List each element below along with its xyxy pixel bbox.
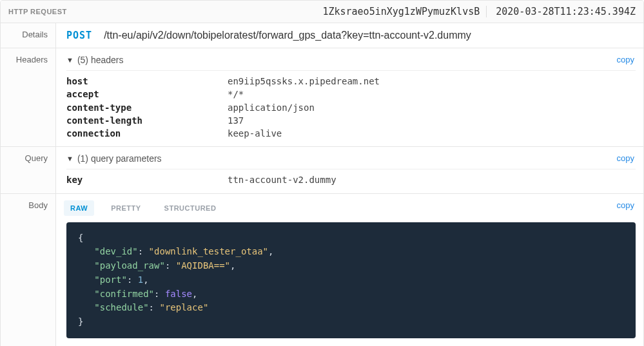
panel-title: HTTP REQUEST xyxy=(8,8,67,15)
kv-row: content-typeapplication/json xyxy=(66,101,636,114)
tab-pretty[interactable]: PRETTY xyxy=(104,200,147,216)
query-toggle[interactable]: ▼ (1) query parameters xyxy=(66,153,636,164)
kv-value: 137 xyxy=(228,114,636,127)
http-path: /ttn-eu/api/v2/down/tobipeloratest/forwa… xyxy=(104,30,471,41)
headers-table: hosten9iip5qssks.x.pipedream.netaccept*/… xyxy=(66,70,636,140)
body-tabs: RAW PRETTY STRUCTURED xyxy=(64,200,636,216)
kv-value: */* xyxy=(228,88,636,101)
kv-key: key xyxy=(66,173,228,186)
kv-key: connection xyxy=(66,127,228,140)
kv-value: en9iip5qssks.x.pipedream.net xyxy=(228,75,636,88)
chevron-down-icon: ▼ xyxy=(66,155,73,162)
kv-row: accept*/* xyxy=(66,88,636,101)
query-table: keyttn-account-v2.dummy xyxy=(66,169,636,186)
header-meta: 1Zksraeo5inXyg1zWPymuzKlvsB 2020-03-28T1… xyxy=(322,6,636,17)
headers-toggle[interactable]: ▼ (5) headers xyxy=(66,55,636,65)
copy-headers-link[interactable]: copy xyxy=(617,55,634,64)
details-label: Details xyxy=(1,23,56,48)
panel-header: HTTP REQUEST 1Zksraeo5inXyg1zWPymuzKlvsB… xyxy=(1,1,643,23)
details-row: Details POST /ttn-eu/api/v2/down/tobipel… xyxy=(1,23,643,48)
kv-key: accept xyxy=(66,88,228,101)
kv-row: connectionkeep-alive xyxy=(66,127,636,140)
kv-value: keep-alive xyxy=(228,127,636,140)
headers-summary: (5) headers xyxy=(77,55,124,65)
kv-key: content-type xyxy=(66,101,228,114)
body-row: Body copy RAW PRETTY STRUCTURED { "dev_i… xyxy=(1,194,643,346)
kv-row: keyttn-account-v2.dummy xyxy=(66,173,636,186)
http-request-panel: HTTP REQUEST 1Zksraeo5inXyg1zWPymuzKlvsB… xyxy=(0,0,644,346)
headers-row: Headers copy ▼ (5) headers hosten9iip5qs… xyxy=(1,48,643,147)
tab-structured[interactable]: STRUCTURED xyxy=(158,200,223,216)
http-method: POST xyxy=(66,30,92,41)
headers-label: Headers xyxy=(1,48,56,146)
chevron-down-icon: ▼ xyxy=(66,56,73,64)
kv-row: content-length137 xyxy=(66,114,636,127)
kv-row: hosten9iip5qssks.x.pipedream.net xyxy=(66,75,636,88)
request-timestamp: 2020-03-28T11:23:45.394Z xyxy=(496,6,636,17)
kv-value: ttn-account-v2.dummy xyxy=(228,173,636,186)
copy-body-link[interactable]: copy xyxy=(617,200,634,210)
query-row: Query copy ▼ (1) query parameters keyttn… xyxy=(1,147,643,193)
body-label: Body xyxy=(1,194,56,346)
copy-query-link[interactable]: copy xyxy=(617,153,634,163)
kv-value: application/json xyxy=(228,101,636,114)
kv-key: host xyxy=(66,75,228,88)
tab-raw[interactable]: RAW xyxy=(64,200,94,216)
query-summary: (1) query parameters xyxy=(77,153,162,164)
query-label: Query xyxy=(1,147,56,193)
request-id: 1Zksraeo5inXyg1zWPymuzKlvsB xyxy=(322,6,487,17)
kv-key: content-length xyxy=(66,114,228,127)
body-code-block[interactable]: { "dev_id": "downlink_tester_otaa", "pay… xyxy=(66,222,636,338)
